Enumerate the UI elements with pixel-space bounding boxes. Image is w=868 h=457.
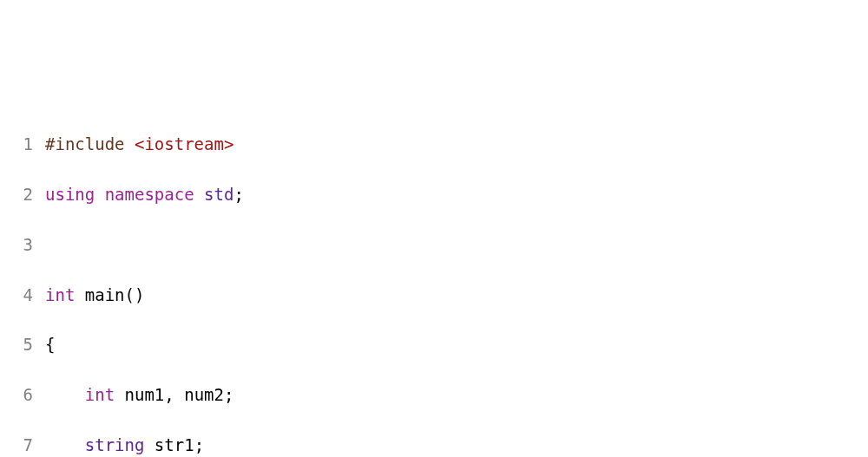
rparen: ) — [135, 285, 144, 304]
preprocessor: #include — [45, 134, 125, 153]
line-number: 5 — [0, 332, 45, 357]
space — [194, 185, 204, 204]
var-str1: str1 — [155, 435, 194, 454]
namespace-std: std — [204, 185, 233, 204]
space — [174, 385, 184, 404]
code-line: 1#include <iostream> — [0, 132, 868, 157]
comma: , — [164, 385, 174, 404]
type-int: int — [45, 285, 75, 304]
type-string: string — [85, 435, 145, 454]
type-int: int — [85, 385, 115, 404]
line-number: 6 — [0, 382, 45, 408]
line-number: 4 — [0, 283, 45, 308]
semicolon: ; — [194, 435, 204, 454]
code-editor: 1#include <iostream> 2using namespace st… — [0, 108, 868, 458]
code-content: int num1, num2; — [45, 382, 868, 408]
space — [125, 134, 135, 153]
code-content: string str1; — [45, 433, 868, 457]
line-number: 2 — [0, 182, 45, 207]
code-line: 4int main() — [0, 283, 868, 308]
code-content: int main() — [45, 283, 868, 308]
semicolon: ; — [233, 185, 243, 204]
code-content — [45, 232, 868, 258]
code-line: 6 int num1, num2; — [0, 382, 868, 408]
code-line: 5{ — [0, 332, 868, 357]
space — [95, 185, 104, 204]
space — [144, 435, 154, 454]
include-path: <iostream> — [135, 134, 233, 153]
line-number: 7 — [0, 433, 45, 457]
semicolon: ; — [224, 385, 233, 404]
code-line: 7 string str1; — [0, 433, 868, 457]
var-num2: num2 — [184, 385, 224, 404]
code-content: using namespace std; — [45, 182, 868, 207]
space — [115, 385, 124, 404]
code-line: 2using namespace std; — [0, 182, 868, 207]
var-num1: num1 — [125, 385, 165, 404]
line-number: 1 — [0, 132, 45, 157]
keyword-namespace: namespace — [105, 185, 194, 204]
keyword-using: using — [45, 185, 95, 204]
code-line: 3 — [0, 232, 868, 258]
line-number: 3 — [0, 232, 45, 258]
lparen: ( — [125, 285, 135, 304]
code-content: { — [45, 332, 868, 357]
func-main: main — [85, 285, 125, 304]
code-content: #include <iostream> — [45, 132, 868, 157]
lbrace: { — [45, 335, 55, 354]
space — [75, 285, 84, 304]
